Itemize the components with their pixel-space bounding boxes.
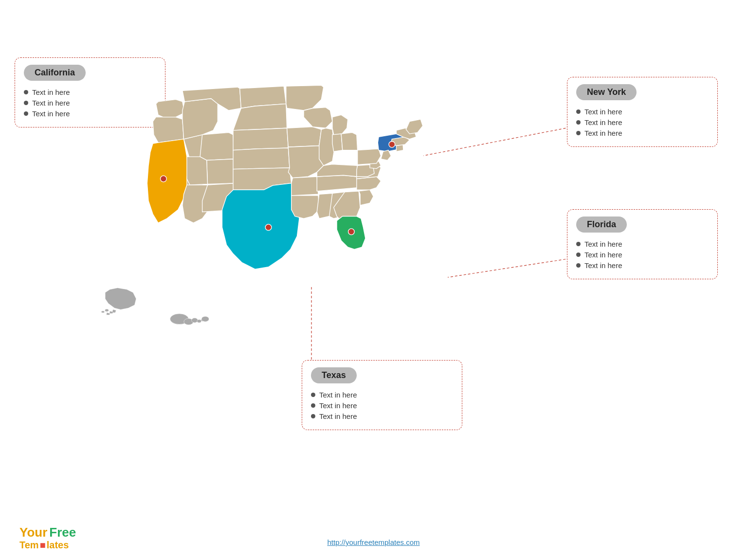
list-item: Text in here: [576, 251, 709, 259]
logo-your: Your: [19, 525, 47, 540]
texas-items: Text in here Text in here Text in here: [311, 391, 453, 420]
florida-title: Florida: [576, 217, 627, 233]
svg-point-1: [101, 311, 104, 313]
list-item: Text in here: [576, 240, 709, 248]
newyork-title: New York: [576, 84, 637, 100]
list-item: Text in here: [576, 118, 709, 126]
florida-items: Text in here Text in here Text in here: [576, 240, 709, 270]
list-item: Text in here: [576, 129, 709, 137]
list-item: Text in here: [311, 391, 453, 399]
texas-title: Texas: [311, 367, 357, 383]
page-container: California Text in here Text in here Tex…: [0, 0, 747, 560]
svg-point-4: [192, 318, 198, 323]
texas-callout: Texas Text in here Text in here Text in …: [302, 360, 462, 430]
list-item: Text in here: [576, 261, 709, 270]
footer-url[interactable]: http://yourfreetemplates.com: [327, 538, 419, 546]
florida-callout: Florida Text in here Text in here Text i…: [567, 209, 718, 279]
map-container: [88, 63, 511, 365]
svg-point-7: [201, 316, 209, 322]
list-item: Text in here: [311, 401, 453, 410]
usa-map: [88, 63, 511, 365]
newyork-items: Text in here Text in here Text in here: [576, 108, 709, 137]
logo-lates: lates: [47, 540, 69, 550]
logo-free: Free: [49, 525, 76, 540]
svg-point-9: [389, 141, 395, 147]
svg-point-0: [105, 309, 109, 311]
svg-point-10: [348, 229, 355, 235]
list-item: Text in here: [311, 412, 453, 420]
list-item: Text in here: [576, 108, 709, 116]
svg-point-8: [161, 176, 167, 182]
logo-plate-icon: ■: [40, 540, 46, 550]
logo-tem: Tem: [19, 540, 39, 550]
newyork-callout: New York Text in here Text in here Text …: [567, 77, 718, 147]
california-title: California: [24, 65, 86, 81]
svg-point-11: [265, 224, 272, 231]
svg-point-5: [197, 320, 201, 323]
footer-logo: Your Free Tem ■ lates: [19, 525, 76, 550]
